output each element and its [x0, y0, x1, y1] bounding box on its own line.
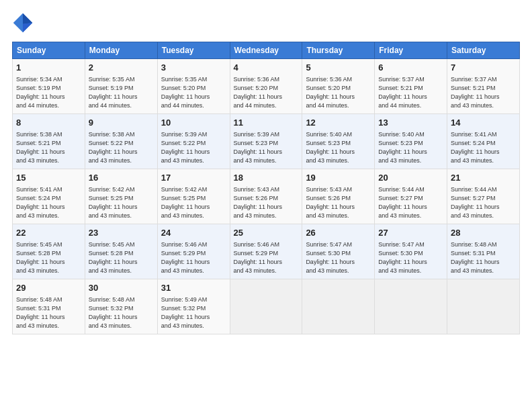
day-info: Sunrise: 5:46 AM Sunset: 5:29 PM Dayligh…: [161, 240, 226, 275]
day-cell: 10Sunrise: 5:39 AM Sunset: 5:22 PM Dayli…: [157, 114, 230, 169]
svg-marker-2: [23, 23, 32, 32]
day-info: Sunrise: 5:37 AM Sunset: 5:21 PM Dayligh…: [378, 75, 443, 110]
header-cell-thursday: Thursday: [302, 42, 375, 59]
day-cell: 29Sunrise: 5:48 AM Sunset: 5:31 PM Dayli…: [13, 279, 85, 334]
day-cell: 27Sunrise: 5:47 AM Sunset: 5:30 PM Dayli…: [375, 224, 447, 279]
day-cell: 8Sunrise: 5:38 AM Sunset: 5:21 PM Daylig…: [13, 114, 85, 169]
day-number: 31: [161, 282, 226, 294]
day-cell: 21Sunrise: 5:44 AM Sunset: 5:27 PM Dayli…: [447, 169, 520, 224]
day-info: Sunrise: 5:37 AM Sunset: 5:21 PM Dayligh…: [451, 75, 516, 110]
week-row-3: 15Sunrise: 5:41 AM Sunset: 5:24 PM Dayli…: [13, 169, 520, 224]
day-cell: [447, 279, 520, 334]
day-cell: 31Sunrise: 5:49 AM Sunset: 5:32 PM Dayli…: [157, 279, 230, 334]
day-cell: 20Sunrise: 5:44 AM Sunset: 5:27 PM Dayli…: [375, 169, 447, 224]
day-cell: 22Sunrise: 5:45 AM Sunset: 5:28 PM Dayli…: [13, 224, 85, 279]
day-info: Sunrise: 5:48 AM Sunset: 5:31 PM Dayligh…: [16, 295, 81, 330]
day-info: Sunrise: 5:36 AM Sunset: 5:20 PM Dayligh…: [306, 75, 371, 110]
day-number: 15: [16, 172, 81, 184]
day-number: 4: [234, 62, 299, 74]
day-info: Sunrise: 5:41 AM Sunset: 5:24 PM Dayligh…: [16, 185, 81, 220]
logo: [12, 12, 36, 34]
day-info: Sunrise: 5:35 AM Sunset: 5:20 PM Dayligh…: [161, 75, 226, 110]
day-number: 16: [89, 172, 154, 184]
header-cell-wednesday: Wednesday: [230, 42, 302, 59]
day-number: 2: [89, 62, 154, 74]
day-cell: [302, 279, 375, 334]
day-number: 28: [451, 227, 516, 239]
day-cell: 4Sunrise: 5:36 AM Sunset: 5:20 PM Daylig…: [230, 59, 302, 114]
day-info: Sunrise: 5:43 AM Sunset: 5:26 PM Dayligh…: [234, 185, 299, 220]
svg-marker-1: [23, 13, 32, 24]
day-cell: 16Sunrise: 5:42 AM Sunset: 5:25 PM Dayli…: [85, 169, 157, 224]
day-number: 27: [378, 227, 443, 239]
day-cell: [375, 279, 447, 334]
day-info: Sunrise: 5:39 AM Sunset: 5:22 PM Dayligh…: [161, 130, 226, 165]
day-cell: 24Sunrise: 5:46 AM Sunset: 5:29 PM Dayli…: [157, 224, 230, 279]
day-info: Sunrise: 5:46 AM Sunset: 5:29 PM Dayligh…: [234, 240, 299, 275]
day-info: Sunrise: 5:35 AM Sunset: 5:19 PM Dayligh…: [89, 75, 154, 110]
day-number: 10: [161, 117, 226, 129]
day-number: 24: [161, 227, 226, 239]
day-cell: 13Sunrise: 5:40 AM Sunset: 5:23 PM Dayli…: [375, 114, 447, 169]
day-cell: 6Sunrise: 5:37 AM Sunset: 5:21 PM Daylig…: [375, 59, 447, 114]
day-cell: 18Sunrise: 5:43 AM Sunset: 5:26 PM Dayli…: [230, 169, 302, 224]
calendar-table: SundayMondayTuesdayWednesdayThursdayFrid…: [12, 42, 520, 334]
day-info: Sunrise: 5:44 AM Sunset: 5:27 PM Dayligh…: [451, 185, 516, 220]
day-number: 13: [378, 117, 443, 129]
header-cell-monday: Monday: [85, 42, 157, 59]
day-info: Sunrise: 5:48 AM Sunset: 5:31 PM Dayligh…: [451, 240, 516, 275]
day-number: 23: [89, 227, 154, 239]
day-cell: 15Sunrise: 5:41 AM Sunset: 5:24 PM Dayli…: [13, 169, 85, 224]
day-number: 1: [16, 62, 81, 74]
calendar-header: SundayMondayTuesdayWednesdayThursdayFrid…: [13, 42, 520, 59]
day-cell: 1Sunrise: 5:34 AM Sunset: 5:19 PM Daylig…: [13, 59, 85, 114]
day-info: Sunrise: 5:42 AM Sunset: 5:25 PM Dayligh…: [161, 185, 226, 220]
week-row-4: 22Sunrise: 5:45 AM Sunset: 5:28 PM Dayli…: [13, 224, 520, 279]
day-number: 12: [306, 117, 371, 129]
day-number: 8: [16, 117, 81, 129]
day-cell: 3Sunrise: 5:35 AM Sunset: 5:20 PM Daylig…: [157, 59, 230, 114]
day-number: 20: [378, 172, 443, 184]
day-number: 30: [89, 282, 154, 294]
day-info: Sunrise: 5:42 AM Sunset: 5:25 PM Dayligh…: [89, 185, 154, 220]
day-cell: 25Sunrise: 5:46 AM Sunset: 5:29 PM Dayli…: [230, 224, 302, 279]
day-info: Sunrise: 5:43 AM Sunset: 5:26 PM Dayligh…: [306, 185, 371, 220]
day-info: Sunrise: 5:45 AM Sunset: 5:28 PM Dayligh…: [89, 240, 154, 275]
day-info: Sunrise: 5:39 AM Sunset: 5:23 PM Dayligh…: [234, 130, 299, 165]
day-number: 26: [306, 227, 371, 239]
logo-icon: [12, 12, 34, 34]
day-number: 29: [16, 282, 81, 294]
day-number: 18: [234, 172, 299, 184]
day-number: 6: [378, 62, 443, 74]
week-row-1: 1Sunrise: 5:34 AM Sunset: 5:19 PM Daylig…: [13, 59, 520, 114]
header-cell-saturday: Saturday: [447, 42, 520, 59]
week-row-5: 29Sunrise: 5:48 AM Sunset: 5:31 PM Dayli…: [13, 279, 520, 334]
day-cell: 30Sunrise: 5:48 AM Sunset: 5:32 PM Dayli…: [85, 279, 157, 334]
day-info: Sunrise: 5:36 AM Sunset: 5:20 PM Dayligh…: [234, 75, 299, 110]
day-info: Sunrise: 5:47 AM Sunset: 5:30 PM Dayligh…: [306, 240, 371, 275]
week-row-2: 8Sunrise: 5:38 AM Sunset: 5:21 PM Daylig…: [13, 114, 520, 169]
calendar-body: 1Sunrise: 5:34 AM Sunset: 5:19 PM Daylig…: [13, 59, 520, 334]
day-number: 9: [89, 117, 154, 129]
header-cell-friday: Friday: [375, 42, 447, 59]
day-number: 17: [161, 172, 226, 184]
day-number: 14: [451, 117, 516, 129]
day-cell: 14Sunrise: 5:41 AM Sunset: 5:24 PM Dayli…: [447, 114, 520, 169]
day-cell: 2Sunrise: 5:35 AM Sunset: 5:19 PM Daylig…: [85, 59, 157, 114]
day-info: Sunrise: 5:45 AM Sunset: 5:28 PM Dayligh…: [16, 240, 81, 275]
day-cell: 28Sunrise: 5:48 AM Sunset: 5:31 PM Dayli…: [447, 224, 520, 279]
day-number: 11: [234, 117, 299, 129]
day-info: Sunrise: 5:40 AM Sunset: 5:23 PM Dayligh…: [306, 130, 371, 165]
day-number: 3: [161, 62, 226, 74]
day-number: 25: [234, 227, 299, 239]
header-cell-sunday: Sunday: [13, 42, 85, 59]
day-cell: 26Sunrise: 5:47 AM Sunset: 5:30 PM Dayli…: [302, 224, 375, 279]
day-cell: 7Sunrise: 5:37 AM Sunset: 5:21 PM Daylig…: [447, 59, 520, 114]
day-info: Sunrise: 5:34 AM Sunset: 5:19 PM Dayligh…: [16, 75, 81, 110]
day-number: 19: [306, 172, 371, 184]
day-number: 22: [16, 227, 81, 239]
day-cell: 12Sunrise: 5:40 AM Sunset: 5:23 PM Dayli…: [302, 114, 375, 169]
day-cell: 11Sunrise: 5:39 AM Sunset: 5:23 PM Dayli…: [230, 114, 302, 169]
day-cell: 17Sunrise: 5:42 AM Sunset: 5:25 PM Dayli…: [157, 169, 230, 224]
header-cell-tuesday: Tuesday: [157, 42, 230, 59]
